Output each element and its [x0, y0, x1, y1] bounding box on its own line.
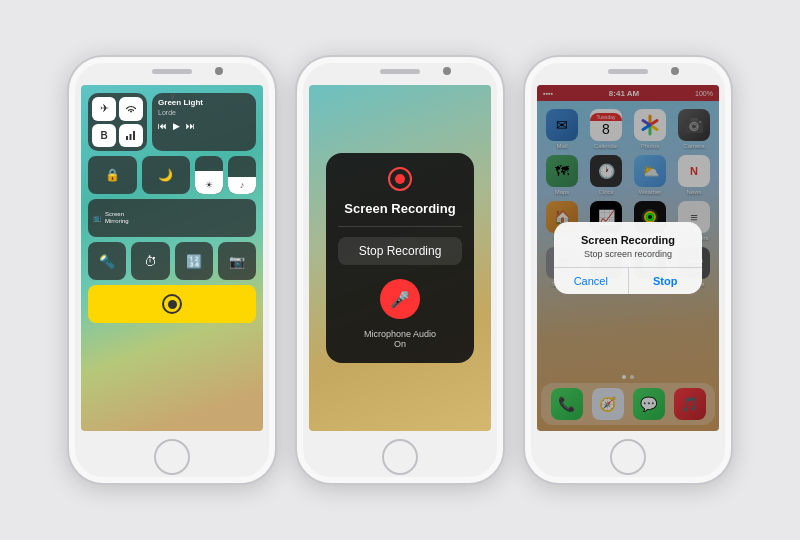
now-playing-box: Green Light Lorde ⏮ ▶ ⏭: [152, 93, 256, 151]
play-icon[interactable]: ▶: [173, 121, 180, 131]
volume-icon: ♪: [240, 180, 245, 190]
now-playing-artist: Lorde: [158, 109, 250, 116]
stop-recording-bg: Screen Recording Stop Recording 🎤 Microp…: [309, 85, 491, 431]
brightness-slider[interactable]: ☀: [195, 156, 223, 194]
timer-button[interactable]: ⏱: [131, 242, 169, 280]
svg-rect-1: [130, 134, 132, 140]
homescreen-bg: ▪▪▪▪ 8:41 AM 100% ✉ Mail Tuesday 8 Calen…: [537, 85, 719, 431]
popup-divider: [338, 226, 462, 227]
home-button-3[interactable]: [610, 439, 646, 475]
stop-recording-popup: Screen Recording Stop Recording 🎤 Microp…: [326, 153, 474, 363]
microphone-button[interactable]: 🎤: [380, 279, 420, 319]
volume-up-button[interactable]: [67, 147, 70, 169]
speaker-2: [380, 69, 420, 74]
alert-overlay: Screen Recording Stop screen recording C…: [537, 85, 719, 431]
svg-rect-2: [133, 131, 135, 140]
alert-buttons: Cancel Stop: [554, 267, 702, 294]
volume-up-button-2[interactable]: [295, 147, 298, 169]
volume-down-button-2[interactable]: [295, 175, 298, 197]
front-camera-3: [671, 67, 679, 75]
camera-button[interactable]: 📷: [218, 242, 256, 280]
front-camera: [215, 67, 223, 75]
alert-stop-button[interactable]: Stop: [628, 268, 703, 294]
now-playing-title: Green Light: [158, 98, 250, 107]
recording-indicator-icon: [388, 167, 412, 191]
svg-rect-0: [126, 136, 128, 140]
home-button-1[interactable]: [154, 439, 190, 475]
power-button-2[interactable]: [502, 157, 505, 185]
cc-mirroring-row: 📺 ScreenMirroring: [88, 199, 256, 237]
power-button-3[interactable]: [730, 157, 733, 185]
volume-down-button[interactable]: [67, 175, 70, 197]
home-button-2[interactable]: [382, 439, 418, 475]
alert-title: Screen Recording: [566, 234, 690, 246]
volume-slider[interactable]: ♪: [228, 156, 256, 194]
rewind-icon[interactable]: ⏮: [158, 121, 167, 131]
torch-button[interactable]: 🔦: [88, 242, 126, 280]
screen-1: ∨ ✈ B Green: [81, 85, 263, 431]
front-camera-2: [443, 67, 451, 75]
alert-cancel-button[interactable]: Cancel: [554, 268, 628, 294]
screen-mirroring-button[interactable]: 📺 ScreenMirroring: [88, 199, 256, 237]
cellular-icon[interactable]: [119, 124, 143, 148]
volume-down-button-3[interactable]: [523, 175, 526, 197]
alert-content: Screen Recording Stop screen recording: [554, 222, 702, 267]
mic-audio-label: Microphone AudioOn: [364, 329, 436, 349]
cc-record-row: [88, 285, 256, 323]
control-center-bg: ∨ ✈ B Green: [81, 85, 263, 431]
wifi-icon[interactable]: [119, 97, 143, 121]
record-dot: [395, 174, 405, 184]
fast-forward-icon[interactable]: ⏭: [186, 121, 195, 131]
screen-record-button[interactable]: [88, 285, 256, 323]
cc-top-row: ✈ B Green Light Lorde: [88, 93, 256, 151]
screen-mirroring-label: ScreenMirroring: [105, 211, 129, 225]
iphone-top-1: [69, 57, 275, 85]
cc-network-box: ✈ B: [88, 93, 147, 151]
iphone-1: ∨ ✈ B Green: [67, 55, 277, 485]
stop-recording-button[interactable]: Stop Recording: [338, 237, 462, 265]
do-not-disturb-icon[interactable]: 🌙: [142, 156, 191, 194]
iphone-top-2: [297, 57, 503, 85]
airplane-mode-icon[interactable]: ✈: [92, 97, 116, 121]
iphone-3: ▪▪▪▪ 8:41 AM 100% ✉ Mail Tuesday 8 Calen…: [523, 55, 733, 485]
iphone-top-3: [525, 57, 731, 85]
brightness-icon: ☀: [205, 180, 213, 190]
screen-2: Screen Recording Stop Recording 🎤 Microp…: [309, 85, 491, 431]
calculator-button[interactable]: 🔢: [175, 242, 213, 280]
iphone-2: Screen Recording Stop Recording 🎤 Microp…: [295, 55, 505, 485]
bluetooth-icon[interactable]: B: [92, 124, 116, 148]
volume-up-button-3[interactable]: [523, 147, 526, 169]
cc-tools-row: 🔦 ⏱ 🔢 📷: [88, 242, 256, 280]
stop-btn-row: Stop Recording: [338, 237, 462, 265]
playback-controls: ⏮ ▶ ⏭: [158, 121, 250, 131]
alert-message: Stop screen recording: [566, 249, 690, 259]
screen-3: ▪▪▪▪ 8:41 AM 100% ✉ Mail Tuesday 8 Calen…: [537, 85, 719, 431]
power-button[interactable]: [274, 157, 277, 185]
cc-lock-row: 🔒 🌙 ☀ ♪: [88, 156, 256, 194]
screen-recording-alert: Screen Recording Stop screen recording C…: [554, 222, 702, 294]
rotation-lock-icon[interactable]: 🔒: [88, 156, 137, 194]
control-center-panel: ✈ B Green Light Lorde: [81, 85, 263, 431]
speaker: [152, 69, 192, 74]
popup-title: Screen Recording: [344, 201, 455, 216]
screen-mirroring-icon: 📺: [93, 214, 102, 222]
speaker-3: [608, 69, 648, 74]
